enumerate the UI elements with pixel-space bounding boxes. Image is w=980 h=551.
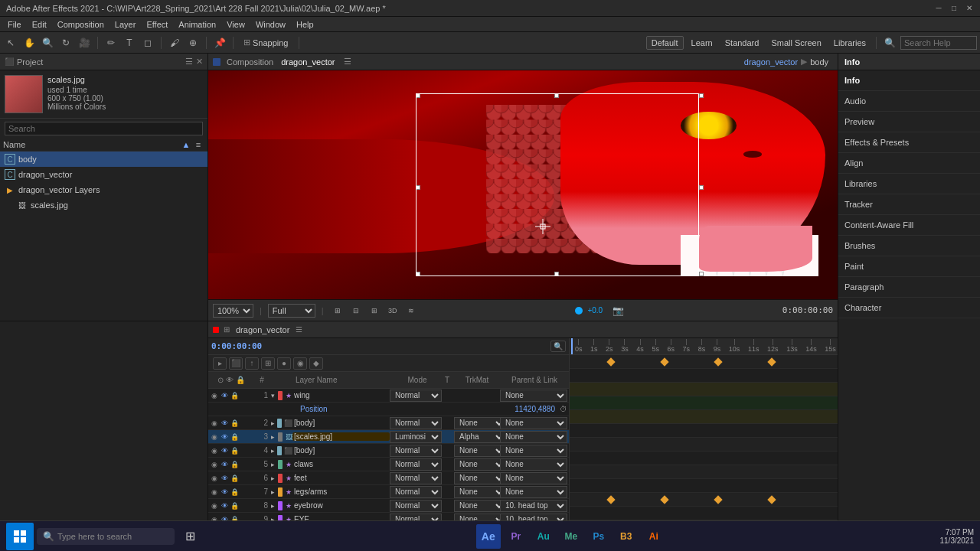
zoom-select[interactable]: 100%50%200% xyxy=(213,304,253,318)
comp-motion-btn[interactable]: ≋ xyxy=(403,303,419,318)
maximize-btn[interactable]: □ xyxy=(949,4,959,13)
expand-7[interactable]: ▸ xyxy=(270,487,277,497)
mode-select-7[interactable]: Normal xyxy=(390,486,442,498)
parent-select-2[interactable]: None xyxy=(500,417,567,429)
close-btn[interactable]: ✕ xyxy=(965,4,974,13)
mode-select-6[interactable]: Normal xyxy=(390,472,442,484)
sub-prop-value-position-1[interactable]: 11420,4880 xyxy=(514,405,555,413)
solo-switch-1[interactable]: ◉ xyxy=(210,391,219,400)
layer-row-legsarms[interactable]: ◉ 👁 🔒 7 ▸ ★ legs/arms xyxy=(208,485,569,499)
layer-row-claws[interactable]: ◉ 👁 🔒 5 ▸ ★ claws xyxy=(208,458,569,471)
sel-handle-ml[interactable] xyxy=(416,185,420,190)
solo-switch-7[interactable]: ◉ xyxy=(210,487,219,497)
menu-composition[interactable]: Composition xyxy=(53,18,109,31)
mode-select-1[interactable]: Normal xyxy=(390,390,442,402)
project-item-body[interactable]: C body xyxy=(0,152,207,167)
expand-4[interactable]: ▸ xyxy=(270,446,276,455)
expand-3[interactable]: ▸ xyxy=(270,432,277,442)
keyframe-btn[interactable]: ◆ xyxy=(309,357,323,370)
info-link-libraries[interactable]: Libraries xyxy=(844,177,974,191)
taskbar-me-icon[interactable]: Me xyxy=(559,524,583,549)
tool-text[interactable]: T xyxy=(122,35,137,51)
expand-1[interactable]: ▾ xyxy=(270,391,277,400)
mode-select-4[interactable]: Normal xyxy=(390,445,442,457)
timeline-menu-icon[interactable]: ☰ xyxy=(296,325,302,334)
mode-select-8[interactable]: Normal xyxy=(390,500,442,512)
layer-row-scales[interactable]: ◉ 👁 🔒 3 ▸ 🖼 [scales.jpg] xyxy=(208,430,569,444)
vis-switch-6[interactable]: 👁 xyxy=(220,474,229,483)
info-link-paragraph[interactable]: Paragraph xyxy=(844,280,974,294)
workspace-default[interactable]: Default xyxy=(646,36,684,50)
trkmat-select-8[interactable]: None xyxy=(454,500,506,512)
keyframe-wing-2[interactable] xyxy=(660,357,668,366)
breadcrumb-root[interactable]: dragon_vector xyxy=(744,57,798,67)
trkmat-select-6[interactable]: None xyxy=(454,472,506,484)
comp-grid-btn[interactable]: ⊞ xyxy=(367,303,382,318)
info-link-align[interactable]: Align xyxy=(844,156,974,170)
project-options-btn[interactable]: ≡ xyxy=(192,140,204,149)
tool-select[interactable]: ↖ xyxy=(3,35,18,51)
solo-switch-6[interactable]: ◉ xyxy=(210,474,219,483)
playhead[interactable] xyxy=(571,338,573,354)
project-item-scales[interactable]: 🖼 scales.jpg xyxy=(0,197,207,213)
mode-select-2[interactable]: Normal xyxy=(390,417,442,429)
info-link-audio[interactable]: Audio xyxy=(844,94,974,108)
workspace-standard[interactable]: Standard xyxy=(720,37,764,49)
keyframe-headtop-2[interactable] xyxy=(660,495,668,504)
snapshot-btn[interactable]: 📷 xyxy=(610,303,626,318)
comp-safe-btn[interactable]: ⊟ xyxy=(348,303,364,318)
trkmat-select-7[interactable]: None xyxy=(454,486,506,498)
minimize-btn[interactable]: ─ xyxy=(934,4,943,13)
trkmat-select-3[interactable]: AlphaNone xyxy=(454,431,506,443)
expand-8[interactable]: ▸ xyxy=(270,501,277,510)
keyframe-headtop-1[interactable] xyxy=(606,495,615,504)
tool-paint[interactable]: 🖌 xyxy=(167,35,182,51)
sel-handle-tl[interactable] xyxy=(416,93,420,98)
vis-switch-7[interactable]: 👁 xyxy=(220,487,229,497)
lock-switch-7[interactable]: 🔒 xyxy=(230,487,239,497)
menu-effect[interactable]: Effect xyxy=(142,18,172,31)
delete-layer-btn[interactable]: ⬛ xyxy=(229,357,243,370)
project-search-input[interactable] xyxy=(5,122,203,135)
layer-row-eyebrow[interactable]: ◉ 👁 🔒 8 ▸ ★ eyebrow xyxy=(208,499,569,513)
info-link-character[interactable]: Character xyxy=(844,301,974,315)
tool-puppet[interactable]: 📌 xyxy=(212,35,227,51)
keyframe-wing-1[interactable] xyxy=(606,357,615,366)
taskbar-au-icon[interactable]: Au xyxy=(531,524,556,549)
lock-switch-8[interactable]: 🔒 xyxy=(230,501,239,510)
info-link-tracker[interactable]: Tracker xyxy=(844,197,974,211)
solo-switch-3[interactable]: ◉ xyxy=(210,432,219,442)
tool-hand[interactable]: ✋ xyxy=(21,35,37,51)
parent-select-3[interactable]: None xyxy=(500,431,567,443)
project-close-btn[interactable]: ✕ xyxy=(196,57,203,67)
project-sort-btn[interactable]: ▲ xyxy=(180,140,192,149)
tool-rotate[interactable]: ↻ xyxy=(58,35,74,51)
solo-switch-4[interactable]: ◉ xyxy=(210,446,219,455)
trkmat-select-2[interactable]: None xyxy=(454,417,506,429)
timeline-ruler[interactable]: 0s 1s 2s 3s 4s 5s 6s 7s 8s 9s 10s xyxy=(570,338,838,355)
expand-5[interactable]: ▸ xyxy=(270,460,277,469)
lock-switch-6[interactable]: 🔒 xyxy=(230,474,239,483)
parent-select-8[interactable]: 10. head topNone xyxy=(500,500,567,512)
taskbar-pr-icon[interactable]: Pr xyxy=(504,524,528,549)
timeline-timecode[interactable]: 0:00:00:00 xyxy=(211,341,262,351)
start-button[interactable] xyxy=(6,523,34,550)
solo-switch-2[interactable]: ◉ xyxy=(210,419,219,428)
menu-edit[interactable]: Edit xyxy=(28,18,51,31)
vis-switch-5[interactable]: 👁 xyxy=(220,460,229,469)
breadcrumb-child[interactable]: body xyxy=(810,57,828,67)
taskbar-b3d-icon[interactable]: B3 xyxy=(614,524,639,549)
solo-switch-8[interactable]: ◉ xyxy=(210,501,219,510)
lock-switch-3[interactable]: 🔒 xyxy=(230,432,239,442)
taskview-btn[interactable]: ⊞ xyxy=(178,524,202,549)
keyframe-headtop-4[interactable] xyxy=(767,495,776,504)
lock-switch-1[interactable]: 🔒 xyxy=(230,391,239,400)
menu-animation[interactable]: Animation xyxy=(174,18,220,31)
tool-camera[interactable]: 🎥 xyxy=(77,35,92,51)
parent-select-5[interactable]: None xyxy=(500,458,567,471)
layer-row-body4[interactable]: ◉ 👁 🔒 4 ▸ ⬛ [body] xyxy=(208,444,569,458)
parent-select-6[interactable]: None xyxy=(500,472,567,484)
layer-row-wing[interactable]: ◉ 👁 🔒 1 ▾ ★ wing xyxy=(208,389,569,403)
sel-handle-bl[interactable] xyxy=(416,272,420,276)
search-icon[interactable]: 🔍 xyxy=(882,35,897,51)
